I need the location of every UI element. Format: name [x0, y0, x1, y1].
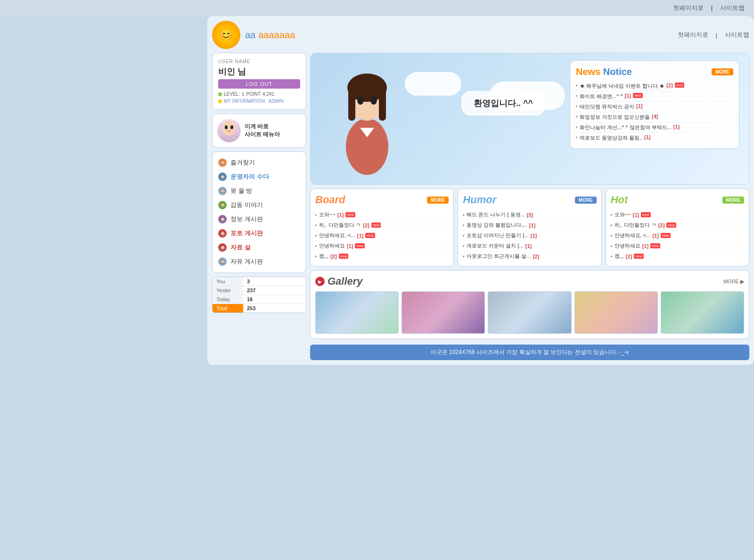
news-panel: News Notice MORE • ★ 헤주님에 닉네임 이벤트 합니다 ★ … — [570, 60, 739, 149]
nav-item-data-room[interactable]: 🏠 자료 설 — [213, 240, 306, 255]
gallery-title-wrapper: ▶ Gallery — [315, 275, 363, 288]
news-text-4: 화인나눔터 개선...^ ^ 많은참여 부탁드... — [580, 124, 672, 131]
nav-item-photo-board[interactable]: 🏠 포토 게시판 — [213, 226, 306, 240]
sitemap-link[interactable]: 사이트맵 — [725, 31, 749, 39]
logo-area: 😊 aa aaaaaaa — [212, 21, 295, 49]
board-row: Board MORE ▸ 오와~~ [1] new ▸ 히,. 다만들었다 ㅋ … — [310, 189, 749, 266]
board-item-1[interactable]: ▸ 히,. 다만들었다 ㅋ [2] new — [315, 220, 449, 231]
nav-label-touching: 감동 이야기 — [230, 201, 263, 209]
hero-character — [325, 62, 410, 184]
humor-text-3: 게로보드 카운터 설치 [... — [467, 242, 523, 249]
nav-item-favorites[interactable]: 🏠 즐겨찾기 — [213, 156, 306, 170]
hot-item-3[interactable]: ▸ 안녕하세요 [1] new — [611, 241, 744, 251]
nav-item-crying-room[interactable]: 🏠 못 울 방 — [213, 184, 306, 198]
nav-item-info-board[interactable]: 🏠 정보 게시판 — [213, 212, 306, 226]
hot-item-4[interactable]: ▸ 캥,,, [2] new — [611, 251, 744, 261]
gallery-thumb-2[interactable] — [402, 291, 485, 334]
sun-logo: 😊 — [212, 21, 240, 49]
home-link[interactable]: 첫페이지로 — [678, 31, 708, 39]
user-level-row: LEVEL: 1 POINT 4,241 — [218, 91, 300, 97]
news-item-5[interactable]: • 제로보드 동영상강좌 올림.. [1] — [576, 133, 733, 143]
admin-link[interactable]: ADMIN — [269, 99, 284, 104]
gallery-thumb-3[interactable] — [488, 291, 571, 334]
header-row: 😊 aa aaaaaaa 첫페이지로 | 사이트맵 — [212, 21, 749, 49]
gallery-title: Gallery — [328, 275, 363, 288]
humor-header: Humor MORE — [463, 194, 596, 206]
board-item-2[interactable]: ▸ 안녕하세요, <... [1] new — [315, 231, 449, 241]
hot-text-1: 히,. 다만들었다 ㅋ — [615, 222, 656, 229]
board-more-button[interactable]: MORE — [427, 197, 449, 204]
board-text-3: 안녕하세요 — [319, 242, 345, 249]
svg-point-9 — [357, 96, 364, 105]
hot-new-2: new — [661, 233, 671, 238]
hot-section: Hot MORE ▸ 오와~~ [1] new ▸ 히,. 다만들었다 ㅋ [2… — [606, 189, 749, 266]
news-bullet-5: • — [576, 134, 578, 140]
footer-bar: 이곳은 1024X768 사이즈에서 가장 확실하게 잘 보인다는 전설이 있습… — [310, 345, 749, 360]
my-info-link[interactable]: MY INFORMATION — [224, 99, 265, 104]
news-bullet: • — [576, 82, 578, 88]
stats-panel: You 3 Yester 237 Today 16 Total 253 — [212, 277, 306, 313]
board-item-4[interactable]: ▸ 캥,,, [2] new — [315, 251, 449, 261]
news-text-3: 화엎정보 거짓으로 접오신분들 — [580, 114, 650, 121]
nav-item-touching-story[interactable]: 🏠 감동 이야기 — [213, 198, 306, 212]
nav-item-admin-talk[interactable]: 🏠 운영자의 수다 — [213, 170, 306, 184]
stats-label-today: Today — [213, 295, 243, 304]
nav-label-info: 정보 게시판 — [230, 215, 263, 223]
news-item-2[interactable]: • 태민닷캠 뮤직박스 공지 [1] — [576, 102, 733, 112]
news-text-2: 태민닷캠 뮤직박스 공지 — [580, 103, 634, 110]
gallery-grid — [315, 291, 744, 334]
nav-item-free-board[interactable]: 🏠 자유 게시판 — [213, 255, 306, 269]
char-menu-panel: 이게 바로 사이트 메뉴아 — [212, 114, 306, 148]
nav-icon-favorites: 🏠 — [218, 158, 227, 167]
hot-item-1[interactable]: ▸ 히,. 다만들었다 ㅋ [2] new — [611, 220, 744, 231]
stats-value-you: 3 — [243, 277, 254, 286]
board-count-2: [1] — [357, 233, 363, 239]
logout-button[interactable]: LOG OUT — [218, 79, 300, 89]
news-item-4[interactable]: • 화인나눔터 개선...^ ^ 많은참여 부탁드... [1] — [576, 123, 733, 133]
humor-item-4[interactable]: ▸ 아웃로그인 최근게시물 설... [2] — [463, 251, 596, 261]
gallery-thumb-4[interactable] — [574, 291, 658, 334]
news-header: News Notice MORE — [576, 66, 733, 77]
point-label: POINT — [246, 91, 261, 97]
news-count-1: [1] — [624, 93, 631, 99]
humor-more-button[interactable]: MORE — [575, 197, 597, 204]
svg-point-10 — [370, 96, 377, 105]
news-more-button[interactable]: MORE — [712, 68, 733, 75]
news-count-4: [1] — [673, 124, 680, 130]
news-item-3[interactable]: • 화엎정보 거짓으로 접오신분들 [4] — [576, 112, 733, 123]
gallery-more-button[interactable]: MORE ▶ — [723, 279, 744, 285]
news-item-0[interactable]: • ★ 헤주님에 닉네임 이벤트 합니다 ★ [2] new — [576, 81, 733, 91]
stats-row-you: You 3 — [213, 277, 306, 286]
stats-row-total: Total 253 — [213, 304, 306, 313]
board-new-3: new — [355, 243, 365, 248]
board-item-0[interactable]: ▸ 오와~~ [1] new — [315, 210, 449, 220]
hot-count-3: [1] — [642, 243, 648, 249]
gallery-thumb-1[interactable] — [315, 291, 399, 334]
nav-label-photo: 포토 게시판 — [230, 229, 263, 238]
nav-icon-free: 🏠 — [218, 257, 227, 266]
board-item-3[interactable]: ▸ 안녕하세요 [1] new — [315, 241, 449, 251]
news-title: News Notice — [576, 66, 632, 77]
hot-item-0[interactable]: ▸ 오와~~ [1] new — [611, 210, 744, 220]
top-sitemap-link[interactable]: 사이트맵 — [720, 4, 745, 12]
hero-speech-text: 환영입니다.. ^^ — [474, 99, 533, 108]
humor-item-1[interactable]: ▸ 동영상 강좌 블펌입니다,... [1] — [463, 220, 596, 231]
board-count-4: [2] — [330, 254, 336, 259]
hot-more-button[interactable]: MORE — [722, 197, 744, 204]
humor-item-3[interactable]: ▸ 게로보드 카운터 설치 [... [1] — [463, 241, 596, 251]
top-home-link[interactable]: 첫페이지로 — [673, 4, 704, 12]
hot-item-2[interactable]: ▸ 안녕하세요, <... [1] new — [611, 231, 744, 241]
cloud-1 — [405, 72, 461, 96]
hot-new-0: new — [641, 212, 651, 217]
gallery-thumb-5[interactable] — [661, 291, 744, 334]
main-wrapper: 😊 aa aaaaaaa 첫페이지로 | 사이트맵 USER NAME 비인 님… — [207, 16, 754, 365]
board-section: Board MORE ▸ 오와~~ [1] new ▸ 히,. 다만들었다 ㅋ … — [310, 189, 454, 266]
news-count-2: [1] — [636, 103, 642, 109]
nav-icon-photo: 🏠 — [218, 229, 227, 238]
news-item-1[interactable]: • 화이트 배경엔...^ ^ [1] new — [576, 91, 733, 102]
board-text-2: 안녕하세요, <... — [319, 232, 355, 239]
board-text-0: 오와~~ — [319, 211, 336, 218]
stats-value-total: 253 — [243, 304, 259, 313]
humor-item-0[interactable]: ▸ 헤드 폰드 나누기 [ 동영... [5] — [463, 210, 596, 220]
humor-item-2[interactable]: ▸ 포토샵 이머지닌 만들기 [... [1] — [463, 231, 596, 241]
